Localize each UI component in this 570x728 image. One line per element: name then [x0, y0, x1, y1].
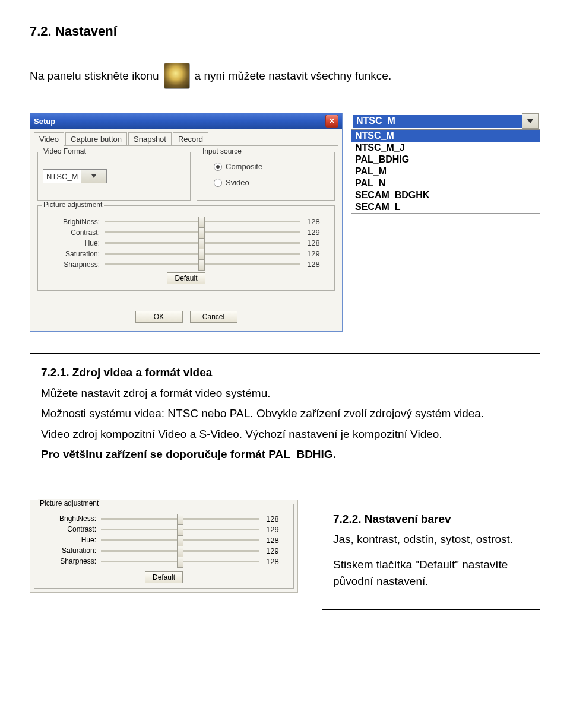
slider-label: BrightNess:: [39, 514, 101, 523]
radio-icon: [214, 163, 222, 171]
radio-icon: [214, 179, 222, 187]
slider-track[interactable]: [101, 539, 259, 541]
slider-row: Saturation:129: [43, 249, 330, 258]
slider-track[interactable]: [104, 221, 300, 222]
slider-track[interactable]: [104, 242, 300, 244]
slider-row: Hue:128: [39, 536, 289, 545]
slider-value: 128: [266, 536, 289, 545]
dropdown-option[interactable]: PAL_M: [352, 166, 540, 177]
radio-label: Svideo: [226, 178, 249, 187]
video-format-legend: Video Format: [42, 147, 88, 155]
slider-track[interactable]: [101, 550, 259, 552]
slider-value: 128: [307, 239, 330, 247]
slider-track[interactable]: [101, 529, 259, 530]
slider-track[interactable]: [101, 518, 259, 520]
svg-marker-1: [527, 119, 533, 123]
dropdown-option[interactable]: PAL_BDHIG: [352, 154, 540, 166]
gear-icon: [164, 63, 190, 89]
slider-track[interactable]: [104, 231, 300, 233]
slider-label: Sharpness:: [43, 260, 104, 269]
video-format-fieldset: Video Format NTSC_M: [37, 152, 191, 201]
slider-value: 129: [266, 525, 289, 534]
close-icon[interactable]: ✕: [325, 115, 338, 128]
tab-video[interactable]: Video: [34, 132, 64, 146]
slider-value: 129: [307, 249, 330, 258]
slider-value: 128: [307, 217, 330, 226]
dropdown-list: NTSC_MNTSC_M_JPAL_BDHIGPAL_MPAL_NSECAM_B…: [352, 130, 540, 213]
picture-adjustment-panel: Picture adjustment BrightNess:128Contras…: [30, 500, 298, 593]
slider-row: BrightNess:128: [43, 217, 330, 226]
slider-label: Hue:: [43, 239, 104, 247]
dropdown-option[interactable]: SECAM_L: [352, 201, 540, 213]
subsection-heading: 7.2.2. Nastavení barev: [333, 511, 529, 528]
slider-label: BrightNess:: [43, 218, 104, 226]
tab-capture-button[interactable]: Capture button: [65, 132, 127, 145]
info-box-video-source: 7.2.1. Zdroj videa a formát videa Můžete…: [30, 353, 540, 478]
paragraph: Můžete nastavit zdroj a formát video sys…: [41, 385, 529, 402]
info-box-color-settings: 7.2.2. Nastavení barev Jas, kontrast, od…: [322, 500, 540, 610]
tab-bar: Video Capture button Snapshot Record: [30, 129, 342, 145]
tab-snapshot[interactable]: Snapshot: [128, 132, 172, 145]
video-format-selected: NTSC_M: [43, 172, 81, 181]
default-button[interactable]: Default: [167, 272, 205, 284]
paragraph: Stiskem tlačítka "Default" nastavíte pův…: [333, 557, 529, 590]
window-title: Setup: [34, 117, 55, 126]
titlebar: Setup ✕: [30, 113, 342, 129]
input-source-fieldset: Input source Composite Svideo: [197, 152, 335, 201]
setup-dialog: Setup ✕ Video Capture button Snapshot Re…: [30, 113, 343, 332]
paragraph: Video zdroj kompozitní Video a S-Video. …: [41, 426, 529, 443]
slider-label: Saturation:: [39, 546, 101, 555]
video-format-dropdown[interactable]: NTSC_M: [43, 169, 107, 183]
slider-track[interactable]: [101, 561, 259, 562]
ok-button[interactable]: OK: [135, 311, 183, 323]
dropdown-selected-value: NTSC_M: [353, 115, 522, 128]
slider-row: Contrast:129: [43, 228, 330, 237]
cancel-button[interactable]: Cancel: [190, 311, 238, 323]
picture-adjustment-fieldset: Picture adjustment BrightNess:128Contras…: [37, 205, 335, 291]
section-heading: 7.2. Nastavení: [30, 24, 540, 39]
dropdown-head[interactable]: NTSC_M: [352, 113, 540, 130]
subsection-heading: 7.2.1. Zdroj videa a formát videa: [41, 364, 529, 382]
input-source-legend: Input source: [201, 147, 243, 155]
dropdown-option[interactable]: NTSC_M_J: [352, 142, 540, 154]
slider-row: Hue:128: [43, 239, 330, 247]
slider-value: 129: [307, 228, 330, 237]
slider-row: Saturation:129: [39, 546, 289, 555]
dropdown-option[interactable]: NTSC_M: [352, 130, 540, 142]
slider-row: BrightNess:128: [39, 514, 289, 523]
format-dropdown-open: NTSC_M NTSC_MNTSC_M_JPAL_BDHIGPAL_MPAL_N…: [351, 113, 540, 214]
paragraph-emphasis: Pro většinu zařízení se doporučuje formá…: [41, 446, 529, 463]
slider-label: Saturation:: [43, 250, 104, 258]
picture-adjustment-legend: Picture adjustment: [38, 499, 100, 507]
slider-label: Contrast:: [43, 228, 104, 237]
chevron-down-icon: [522, 113, 539, 129]
svg-marker-0: [91, 174, 96, 178]
slider-row: Contrast:129: [39, 525, 289, 534]
slider-track[interactable]: [104, 253, 300, 255]
slider-value: 128: [307, 260, 330, 269]
radio-svideo[interactable]: Svideo: [214, 178, 330, 187]
slider-row: Sharpness:128: [39, 557, 289, 566]
picture-adjustment-legend: Picture adjustment: [42, 201, 104, 209]
slider-label: Contrast:: [39, 525, 101, 533]
tab-content: Video Format NTSC_M Input source Composi…: [34, 145, 338, 301]
dropdown-option[interactable]: SECAM_BDGHK: [352, 189, 540, 201]
dropdown-option[interactable]: PAL_N: [352, 177, 540, 189]
slider-label: Sharpness:: [39, 557, 101, 565]
slider-label: Hue:: [39, 536, 101, 544]
paragraph: Jas, kontrast, odstín, sytost, ostrost.: [333, 531, 529, 548]
chevron-down-icon: [81, 170, 106, 183]
slider-value: 128: [266, 514, 289, 523]
paragraph: Možnosti systému videa: NTSC nebo PAL. O…: [41, 405, 529, 422]
default-button[interactable]: Default: [145, 571, 183, 583]
intro-line: Na panelu stiskněte ikonu a nyní můžete …: [30, 63, 540, 89]
slider-value: 128: [266, 557, 289, 566]
intro-text-after: a nyní můžete nastavit všechny funkce.: [195, 69, 392, 82]
intro-text-before: Na panelu stiskněte ikonu: [30, 69, 159, 82]
radio-composite[interactable]: Composite: [214, 162, 330, 171]
dialog-footer: OK Cancel: [30, 301, 342, 331]
tab-record[interactable]: Record: [173, 132, 208, 145]
slider-track[interactable]: [104, 263, 300, 265]
slider-value: 129: [266, 546, 289, 555]
radio-label: Composite: [226, 162, 262, 171]
